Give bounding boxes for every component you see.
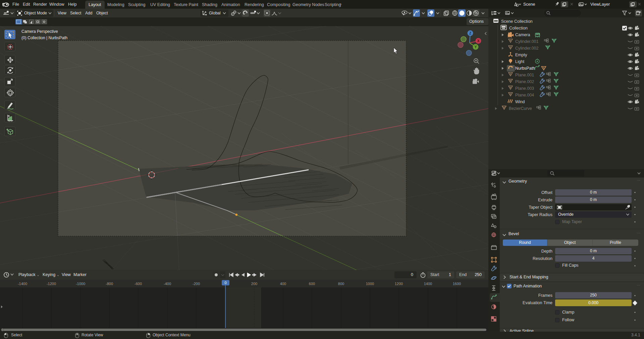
svg-text:Collection: Collection [509,26,528,30]
svg-text:(0) Collection | NurbsPath: (0) Collection | NurbsPath [21,36,67,40]
svg-text:-1200: -1200 [47,282,56,286]
svg-text:Plane.001: Plane.001 [515,73,534,77]
svg-text:BezierCurve: BezierCurve [509,106,532,111]
svg-text:-800: -800 [106,282,113,286]
svg-text:Wind: Wind [515,99,525,104]
svg-text:1600: 1600 [453,282,461,286]
svg-text:600: 600 [309,282,315,286]
svg-text:Plane.003: Plane.003 [515,86,534,91]
svg-text:400: 400 [280,282,286,286]
svg-text:-200: -200 [193,282,200,286]
svg-text:-400: -400 [164,282,171,286]
svg-text:Plane.002: Plane.002 [515,79,534,84]
svg-text:-1000: -1000 [76,282,85,286]
svg-text:Plane.004: Plane.004 [515,93,534,97]
svg-text:Scene Collection: Scene Collection [501,19,533,24]
svg-text:1400: 1400 [424,282,432,286]
svg-text:Camera: Camera [515,32,530,37]
svg-text:Light: Light [515,59,525,64]
svg-text:Z: Z [469,31,471,35]
svg-text:NurbsPath: NurbsPath [515,66,535,71]
svg-text:Cylinder.001: Cylinder.001 [515,39,539,44]
svg-text:1000: 1000 [366,282,374,286]
svg-text:-600: -600 [135,282,142,286]
svg-text:1200: 1200 [395,282,403,286]
svg-text:-1400: -1400 [18,282,27,286]
svg-text:Cylinder.002: Cylinder.002 [515,46,539,51]
svg-text:200: 200 [251,282,257,286]
svg-text:800: 800 [338,282,344,286]
svg-text:Empty: Empty [515,53,527,57]
svg-text:X: X [477,39,480,43]
svg-text:Y: Y [475,45,477,49]
svg-text:Camera Perspective: Camera Perspective [21,29,58,34]
